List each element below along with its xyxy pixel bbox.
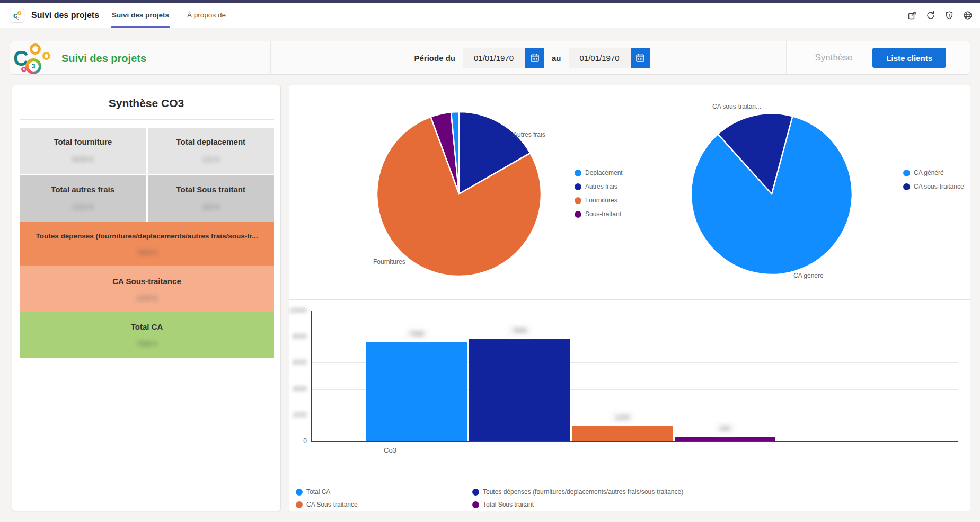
pie-legend: CA généré CA sous-traitance	[903, 166, 964, 193]
logo-gradient-ring: 3	[25, 58, 41, 74]
logo-yellow-ring	[42, 52, 50, 60]
totals-grid: Total fourniture 6105 € Total deplacemen…	[20, 128, 274, 222]
calendar-icon	[529, 52, 540, 63]
bar-legend-item-ca-sous-traitance[interactable]: CA Sous-traitance	[296, 499, 358, 510]
refresh-icon[interactable]	[924, 10, 937, 22]
legend-dot	[472, 501, 479, 508]
pie-legend: Deplacement Autres frais Fournitures Sou…	[575, 166, 623, 221]
summary-row-label: CA Sous-traitance	[112, 277, 181, 286]
report-header: C 3 Suivi des projets Période du 01/01/1…	[10, 41, 970, 75]
x-axis-category-label: Co3	[342, 446, 438, 454]
summary-row-label: Toutes dépenses (fournitures/deplacement…	[36, 232, 258, 240]
summary-cell-value: 6105 €	[72, 155, 93, 163]
summary-row-label: Total CA	[131, 322, 163, 331]
ca-pie-chart: CA sous-traitan...CA généré CA généré CA…	[634, 85, 970, 299]
legend-dot	[296, 489, 303, 496]
bar-total-ca[interactable]	[366, 342, 467, 441]
calendar-icon	[635, 52, 646, 63]
summary-row-total-ca: Total CA 7588 €	[20, 312, 274, 358]
y-axis-tick: 4000	[275, 385, 307, 393]
summary-cell-total-autres-frais: Total autres frais 1313 €	[20, 175, 146, 222]
date-from-calendar-button[interactable]	[525, 48, 544, 68]
bar-data-label: 7588	[366, 329, 467, 339]
summary-cell-value: 121 €	[202, 155, 219, 163]
date-to-calendar-button[interactable]	[631, 48, 650, 68]
teams-tab-bar: c Suivi des projets Suivi des projets À …	[0, 3, 980, 28]
legend-item-ca-g-n-r[interactable]: CA généré	[903, 166, 964, 180]
bar-legend-item-total-sous-traitant[interactable]: Total Sous traitant	[472, 499, 534, 510]
totaux-bar-chart: 0200040006000800010000758878591200320Co3…	[289, 300, 970, 512]
legend-dot	[296, 501, 303, 508]
x-axis-line	[311, 441, 958, 442]
pie-label-ca-g-n-r: CA généré	[793, 272, 824, 279]
legend-dot	[575, 170, 581, 176]
legend-item-autres-frais[interactable]: Autres frais	[575, 180, 623, 193]
header-actions: Synthèse Liste clients	[786, 41, 970, 74]
summary-cell-value: 320 €	[202, 203, 219, 211]
bar-toutes-d-penses-fournitures-de[interactable]	[469, 339, 570, 441]
summary-row-value: 1200 €	[136, 294, 157, 302]
app-title: Suivi des projets	[31, 11, 99, 20]
report-title: Suivi des projets	[61, 41, 146, 75]
header-brand-section: C 3 Suivi des projets	[10, 41, 271, 74]
summary-cell-total-fourniture: Total fourniture 6105 €	[20, 128, 146, 174]
app-icon-dot	[16, 17, 19, 20]
summary-cell-label: Total deplacement	[176, 137, 245, 146]
y-axis-tick: 2000	[275, 411, 307, 419]
bar-data-label: 320	[675, 424, 775, 433]
pie-label-fournitures: Fournitures	[373, 258, 405, 266]
tab-strip: Suivi des projets À propos de	[111, 3, 243, 28]
pie-charts-row: Autres fraisFournitures Deplacement Autr…	[289, 85, 970, 300]
bar-data-label: 7859	[469, 326, 570, 335]
synthese-panel-title: Synthèse CO3	[12, 97, 280, 110]
summary-row-value: 7588 €	[136, 340, 157, 348]
tab-a-propos-de[interactable]: À propos de	[186, 3, 227, 28]
popout-icon[interactable]	[906, 10, 918, 22]
summary-cell-label: Total fourniture	[54, 137, 112, 146]
summary-cell-total-sous-traitant: Total Sous traitant 320 €	[148, 175, 275, 222]
legend-item-sous-traitant[interactable]: Sous-traitant	[575, 207, 623, 221]
charts-panel: Autres fraisFournitures Deplacement Autr…	[289, 85, 970, 511]
legend-dot	[575, 183, 581, 190]
y-axis-line	[311, 311, 312, 441]
summary-cell-value: 1313 €	[72, 203, 93, 211]
bar-data-label: 1200	[572, 413, 673, 422]
y-axis-tick: 10000	[275, 306, 307, 315]
synthese-panel: Synthèse CO3 Total fourniture 6105 € Tot…	[12, 85, 281, 511]
bar-legend-item-total-ca[interactable]: Total CA	[296, 486, 330, 497]
legend-dot	[903, 183, 910, 190]
legend-dot	[575, 211, 581, 218]
legend-dot	[575, 197, 581, 204]
legend-item-fournitures[interactable]: Fournitures	[575, 193, 623, 207]
period-label: Période du	[414, 54, 455, 63]
bar-legend-item-toutes-d-penses-fournitures-de[interactable]: Toutes dépenses (fournitures/deplacement…	[472, 486, 683, 497]
tab-suivi-des-projets[interactable]: Suivi des projets	[111, 3, 170, 28]
legend-item-deplacement[interactable]: Deplacement	[575, 166, 623, 180]
bar-total-sous-traitant[interactable]	[675, 437, 775, 441]
date-to-input[interactable]: 01/01/1970	[569, 48, 631, 68]
y-axis-tick: 6000	[275, 358, 307, 367]
co3-logo: C 3	[12, 41, 61, 75]
app-icon[interactable]: c	[10, 8, 24, 23]
legend-dot	[903, 170, 910, 176]
liste-clients-button[interactable]: Liste clients	[872, 48, 946, 68]
period-filter: Période du 01/01/1970 au 01/01/1970	[271, 41, 786, 74]
summary-cell-label: Total Sous traitant	[176, 185, 245, 194]
summary-row-value: 7859 €	[136, 249, 157, 256]
globe-icon[interactable]	[961, 10, 974, 22]
legend-item-ca-sous-traitance[interactable]: CA sous-traitance	[903, 180, 964, 193]
synthese-toggle[interactable]: Synthèse	[815, 52, 852, 63]
bar-ca-sous-traitance[interactable]	[572, 426, 673, 441]
summary-row-ca-sous-traitance: CA Sous-traitance 1200 €	[20, 266, 274, 312]
period-to-label: au	[552, 54, 561, 63]
date-from-input[interactable]: 01/01/1970	[463, 48, 525, 68]
gridline	[311, 311, 958, 311]
logo-orange-ring	[30, 43, 41, 55]
y-axis-tick: 0	[275, 437, 307, 445]
pie-label-ca-sous-traitan: CA sous-traitan...	[712, 103, 761, 110]
app-window: c Suivi des projets Suivi des projets À …	[0, 0, 980, 522]
privacy-shield-icon[interactable]	[943, 10, 955, 22]
summary-cell-label: Total autres frais	[51, 185, 114, 194]
divider	[20, 119, 274, 120]
tab-bar-actions	[906, 3, 974, 28]
